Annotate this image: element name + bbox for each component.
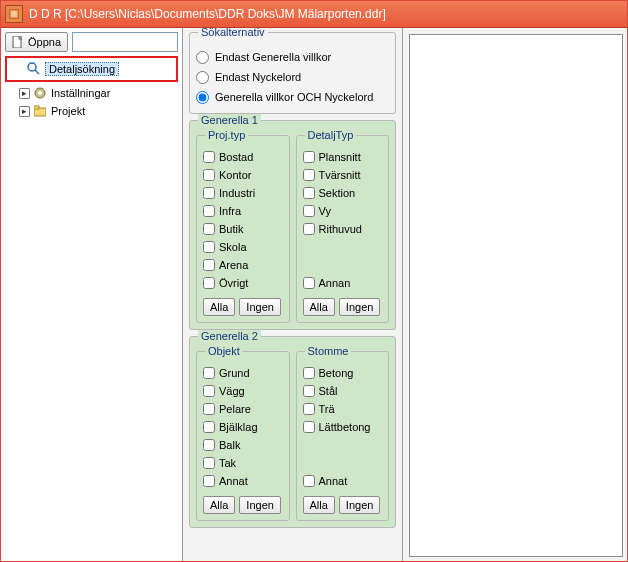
path-input[interactable]	[72, 32, 178, 52]
checkbox-input[interactable]	[303, 205, 315, 217]
checkbox-item[interactable]: Vägg	[203, 382, 283, 400]
checkbox-input[interactable]	[203, 187, 215, 199]
checkbox-input[interactable]	[303, 403, 315, 415]
checkbox-label: Sektion	[319, 187, 356, 199]
checkbox-input[interactable]	[203, 475, 215, 487]
checkbox-item[interactable]: Trä	[303, 400, 383, 418]
preview-pane	[403, 28, 627, 561]
none-button[interactable]: Ingen	[239, 298, 281, 316]
checkbox-label: Pelare	[219, 403, 251, 415]
expand-icon[interactable]: ▸	[19, 106, 30, 117]
tree-item-detail-search[interactable]: Detaljsökning	[9, 60, 174, 78]
checkbox-item[interactable]: Stål	[303, 382, 383, 400]
checkbox-item[interactable]: Tvärsnitt	[303, 166, 383, 184]
checkbox-input[interactable]	[203, 367, 215, 379]
radio-input[interactable]	[196, 91, 209, 104]
checkbox-item[interactable]: Plansnitt	[303, 148, 383, 166]
checkbox-item[interactable]: Kontor	[203, 166, 283, 184]
radio-general-only[interactable]: Endast Generella villkor	[196, 47, 389, 67]
group-generella-1: Generella 1 Proj.typ Bostad Kontor Indus…	[189, 120, 396, 330]
checkbox-input[interactable]	[303, 385, 315, 397]
checkbox-item[interactable]: Sektion	[303, 184, 383, 202]
none-button[interactable]: Ingen	[239, 496, 281, 514]
checkbox-item[interactable]: Pelare	[203, 400, 283, 418]
checkbox-item-other[interactable]: Annat	[303, 472, 383, 490]
checkbox-label: Stål	[319, 385, 338, 397]
checkbox-item[interactable]: Tak	[203, 454, 283, 472]
checkbox-item[interactable]: Lättbetong	[303, 418, 383, 436]
checkbox-label: Trä	[319, 403, 335, 415]
subgroup-stomme: Stomme Betong Stål Trä Lättbetong Annat …	[296, 351, 390, 521]
open-button[interactable]: Öppna	[5, 32, 68, 52]
tree-label-project: Projekt	[51, 105, 85, 117]
checkbox-input[interactable]	[203, 421, 215, 433]
all-button[interactable]: Alla	[303, 496, 335, 514]
checkbox-input[interactable]	[303, 169, 315, 181]
checkbox-label: Tak	[219, 457, 236, 469]
checkbox-label: Bjälklag	[219, 421, 258, 433]
subgroup-objekt: Objekt Grund Vägg Pelare Bjälklag Balk T…	[196, 351, 290, 521]
checkbox-item[interactable]: Skola	[203, 238, 283, 256]
checkbox-input[interactable]	[203, 205, 215, 217]
title-bar[interactable]: D D R [C:\Users\Niclas\Documents\DDR Dok…	[1, 1, 627, 28]
expand-icon[interactable]: ▸	[19, 88, 30, 99]
checkbox-input[interactable]	[303, 421, 315, 433]
radio-label: Endast Generella villkor	[215, 51, 331, 63]
checkbox-input[interactable]	[203, 439, 215, 451]
checkbox-input[interactable]	[203, 169, 215, 181]
checkbox-item[interactable]: Övrigt	[203, 274, 283, 292]
checkbox-item[interactable]: Rithuvud	[303, 220, 383, 238]
none-button[interactable]: Ingen	[339, 496, 381, 514]
checkbox-item[interactable]: Infra	[203, 202, 283, 220]
checkbox-label: Butik	[219, 223, 243, 235]
checkbox-input[interactable]	[303, 475, 315, 487]
checkbox-input[interactable]	[203, 457, 215, 469]
all-button[interactable]: Alla	[203, 496, 235, 514]
checkbox-input[interactable]	[303, 223, 315, 235]
checkbox-input[interactable]	[303, 277, 315, 289]
checkbox-input[interactable]	[303, 367, 315, 379]
radio-keyword-only[interactable]: Endast Nyckelord	[196, 67, 389, 87]
none-button[interactable]: Ingen	[339, 298, 381, 316]
tree-label-detail-search: Detaljsökning	[45, 62, 119, 76]
checkbox-input[interactable]	[203, 241, 215, 253]
checkbox-input[interactable]	[303, 151, 315, 163]
radio-input[interactable]	[196, 71, 209, 84]
radio-input[interactable]	[196, 51, 209, 64]
checkbox-input[interactable]	[203, 385, 215, 397]
preview-area	[409, 34, 623, 557]
checkbox-item[interactable]: Vy	[303, 202, 383, 220]
checkbox-item[interactable]: Annat	[203, 472, 283, 490]
tree-item-project[interactable]: ▸ Projekt	[5, 102, 178, 120]
checkbox-input[interactable]	[203, 223, 215, 235]
checkbox-item[interactable]: Betong	[303, 364, 383, 382]
checkbox-label: Bostad	[219, 151, 253, 163]
checkbox-input[interactable]	[203, 151, 215, 163]
checkbox-item[interactable]: Balk	[203, 436, 283, 454]
checkbox-input[interactable]	[303, 187, 315, 199]
checkbox-item[interactable]: Grund	[203, 364, 283, 382]
checkbox-label: Betong	[319, 367, 354, 379]
checkbox-input[interactable]	[203, 259, 215, 271]
checkbox-item-other[interactable]: Annan	[303, 274, 383, 292]
svg-rect-8	[34, 106, 39, 109]
checkbox-label: Grund	[219, 367, 250, 379]
checkbox-item[interactable]: Arena	[203, 256, 283, 274]
checkbox-item[interactable]: Butik	[203, 220, 283, 238]
checkbox-input[interactable]	[203, 403, 215, 415]
open-button-label: Öppna	[28, 35, 61, 49]
highlight-box: Detaljsökning	[5, 56, 178, 82]
checkbox-item[interactable]: Bjälklag	[203, 418, 283, 436]
gear-icon	[33, 86, 47, 100]
tree-item-settings[interactable]: ▸ Inställningar	[5, 84, 178, 102]
checkbox-label: Annan	[319, 277, 351, 289]
checkbox-label: Vy	[319, 205, 331, 217]
radio-label: Generella villkor OCH Nyckelord	[215, 91, 373, 103]
checkbox-item[interactable]: Industri	[203, 184, 283, 202]
radio-both[interactable]: Generella villkor OCH Nyckelord	[196, 87, 389, 107]
all-button[interactable]: Alla	[303, 298, 335, 316]
checkbox-input[interactable]	[203, 277, 215, 289]
all-button[interactable]: Alla	[203, 298, 235, 316]
document-icon	[12, 36, 24, 48]
checkbox-item[interactable]: Bostad	[203, 148, 283, 166]
